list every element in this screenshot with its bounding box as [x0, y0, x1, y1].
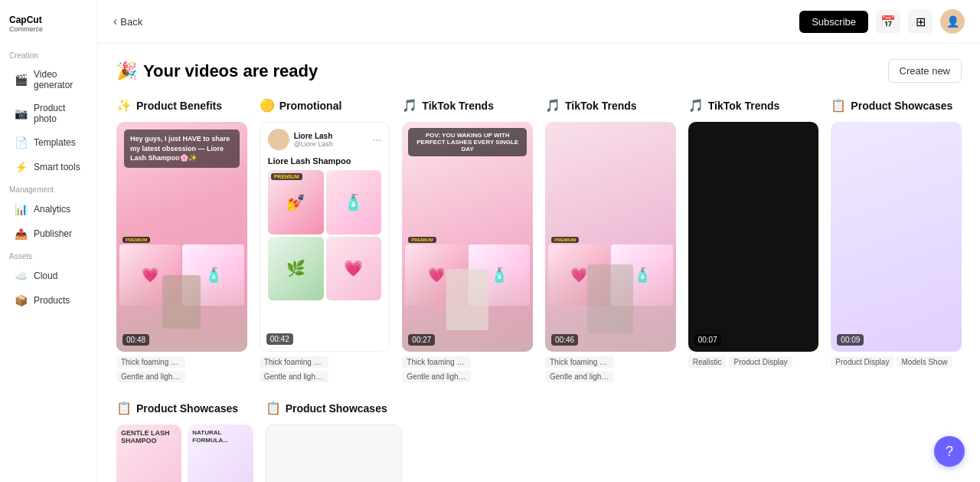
duration-badge-promo: 00:42	[266, 333, 293, 345]
video-card-tiktok1[interactable]: POV: YOU WAKING UP WITH PERFECT LASHES E…	[402, 122, 533, 352]
premium-badge-tiktok1: PREMIUM	[408, 237, 436, 243]
section-showcases-2: 📋 Product Showcases GENTLE LASH SHAMPOO …	[116, 401, 253, 482]
calendar-icon: 📅	[880, 15, 896, 29]
showcases2-video-row: GENTLE LASH SHAMPOO NATURAL FORMULA...	[116, 425, 253, 482]
section-tiktok-1: 🎵 TikTok Trends POV: YOU WAKING UP WITH …	[402, 98, 533, 382]
premium-badge-tiktok2: PREMIUM	[551, 237, 579, 243]
section-header-showcases3: 📋 Product Showcases	[266, 401, 403, 415]
section-label-tiktok2: TikTok Trends	[565, 100, 637, 112]
cloud-icon: ☁️	[14, 270, 28, 282]
tag-2-tiktok2: Gentle and light f...	[545, 371, 614, 382]
video-card-benefits[interactable]: Hey guys, I just HAVE to share my latest…	[116, 122, 247, 352]
section-label-promotional: Promotional	[279, 100, 342, 112]
back-label: Back	[120, 16, 142, 28]
help-button[interactable]: ?	[934, 436, 965, 467]
sidebar-label-smart-tools: Smart tools	[34, 162, 80, 172]
promotional-icon: 🟡	[260, 98, 275, 113]
create-new-button[interactable]: Create new	[888, 59, 962, 83]
section-label-showcases3: Product Showcases	[286, 402, 387, 415]
section-header-showcases2: 📋 Product Showcases	[116, 401, 253, 415]
tag-1-benefits: Thick foaming cle...	[116, 356, 185, 368]
video-card-promotional[interactable]: Liore Lash @Liore Lash ··· Liore Lash Sh…	[260, 122, 390, 352]
sidebar-item-cloud[interactable]: ☁️ Cloud	[5, 264, 93, 287]
creation-label: Creation	[0, 45, 97, 63]
sidebar-label-products: Products	[34, 295, 70, 306]
sidebar-item-product-photo[interactable]: 📷 Product photo	[5, 97, 93, 130]
video-tags-showcases1: Product Display Models Show	[831, 356, 962, 368]
calendar-icon-button[interactable]: 📅	[876, 9, 900, 34]
sidebar-item-analytics[interactable]: 📊 Analytics	[5, 198, 93, 221]
duration-badge-tiktok3: 00:07	[694, 334, 721, 346]
avatar-initial: 👤	[946, 15, 959, 28]
promo-user: Liore Lash @Liore Lash	[268, 129, 333, 150]
promo-img-4: 💗	[326, 237, 382, 301]
showcases1-icon: 📋	[831, 98, 846, 113]
video-card-tiktok2[interactable]: 💗 🧴 00:46 PREMIUM	[545, 122, 676, 352]
layout-icon: ⊞	[916, 15, 926, 29]
header-right: Subscribe 📅 ⊞ 👤	[799, 9, 965, 34]
header-left: ‹ Back	[113, 15, 142, 28]
tag-2-benefits: Gentle and light f...	[116, 371, 185, 382]
product-photo-icon: 📷	[14, 107, 28, 120]
sidebar-item-video-generator[interactable]: 🎬 Video generator	[5, 64, 93, 96]
section-showcases-1: 📋 Product Showcases 00:09 Product Displa…	[831, 98, 962, 382]
promo-img-3: 🌿	[268, 237, 324, 301]
sidebar-item-publisher[interactable]: 📤 Publisher	[5, 222, 93, 245]
showcases2-thumb-1[interactable]: GENTLE LASH SHAMPOO	[116, 425, 181, 482]
sidebar-label-analytics: Analytics	[34, 204, 70, 215]
analytics-icon: 📊	[14, 203, 28, 215]
showcases2-icon: 📋	[116, 401, 132, 415]
promo-img-2: 🧴	[326, 170, 382, 234]
duration-badge-tiktok2: 00:46	[551, 334, 578, 346]
section-promotional: 🟡 Promotional Liore Lash @Liore Lash	[260, 98, 390, 382]
video-card-showcases3-empty[interactable]	[266, 425, 403, 482]
page-title: 🎉 Your videos are ready	[116, 61, 318, 81]
logo-text: CapCut	[9, 15, 43, 25]
promo-menu-dots[interactable]: ···	[373, 133, 382, 146]
tiktok2-icon: 🎵	[545, 98, 560, 113]
publisher-icon: 📤	[14, 228, 28, 240]
overlay-tiktok1: POV: YOU WAKING UP WITH PERFECT LASHES E…	[408, 128, 527, 156]
back-button[interactable]: ‹ Back	[113, 15, 142, 28]
sidebar-item-templates[interactable]: 📄 Templates	[5, 131, 93, 154]
bottom-sections-row: 📋 Product Showcases GENTLE LASH SHAMPOO …	[116, 401, 962, 482]
sidebar-item-products[interactable]: 📦 Products	[5, 289, 93, 312]
video-card-showcases1[interactable]: 00:09	[831, 122, 962, 352]
promo-username: Liore Lash	[294, 132, 333, 140]
section-label-tiktok1: TikTok Trends	[422, 100, 494, 112]
video-tags-tiktok2: Thick foaming cle... Gentle and light f.…	[545, 356, 676, 382]
section-label-tiktok3: TikTok Trends	[708, 100, 780, 112]
sidebar: CapCut Commerce Creation 🎬 Video generat…	[0, 0, 98, 482]
layout-icon-button[interactable]: ⊞	[908, 9, 933, 34]
promo-header: Liore Lash @Liore Lash ···	[260, 123, 390, 153]
tag-2-tiktok1: Gentle and light f...	[402, 371, 471, 382]
title-emoji: 🎉	[116, 61, 137, 81]
content-area: 🎉 Your videos are ready Create new ✨ Pro…	[98, 44, 980, 482]
section-tiktok-2: 🎵 TikTok Trends 💗 🧴 00:46 PREMIUM Thick	[545, 98, 676, 382]
video-tags-tiktok3: Realistic Product Display	[688, 356, 819, 368]
logo-sub: Commerce	[9, 25, 43, 33]
tag-1-showcases1: Product Display	[831, 356, 893, 368]
section-tiktok-3: 🎵 TikTok Trends 00:07 Realistic Product …	[688, 98, 819, 382]
duration-badge-showcases1: 00:09	[837, 334, 864, 346]
duration-badge-benefits: 00:48	[122, 334, 149, 346]
thumb-text-2: NATURAL FORMULA...	[188, 425, 253, 450]
video-tags-tiktok1: Thick foaming cle... Gentle and light f.…	[402, 356, 533, 382]
promo-img-1: 💅 PREMIUM	[268, 170, 324, 234]
section-label-showcases1: Product Showcases	[851, 100, 952, 112]
video-tags-benefits: Thick foaming cle... Gentle and light f.…	[116, 356, 247, 382]
tag-1-promo: Thick foaming cle...	[260, 356, 328, 368]
templates-icon: 📄	[14, 136, 28, 149]
tag-2-showcases1: Models Show	[897, 356, 952, 368]
video-card-tiktok3[interactable]: 00:07	[688, 122, 819, 352]
section-header-product-benefits: ✨ Product Benefits	[116, 98, 247, 113]
subscribe-button[interactable]: Subscribe	[799, 11, 868, 33]
showcases2-thumb-2[interactable]: NATURAL FORMULA...	[188, 425, 253, 482]
sidebar-label-publisher: Publisher	[34, 228, 72, 239]
tiktok3-icon: 🎵	[688, 98, 704, 113]
promo-handle: @Liore Lash	[294, 140, 333, 148]
avatar[interactable]: 👤	[940, 9, 965, 34]
sidebar-item-smart-tools[interactable]: ⚡ Smart tools	[5, 156, 93, 179]
tag-1-tiktok3: Realistic	[688, 356, 727, 368]
tag-1-tiktok2: Thick foaming cle...	[545, 356, 614, 368]
